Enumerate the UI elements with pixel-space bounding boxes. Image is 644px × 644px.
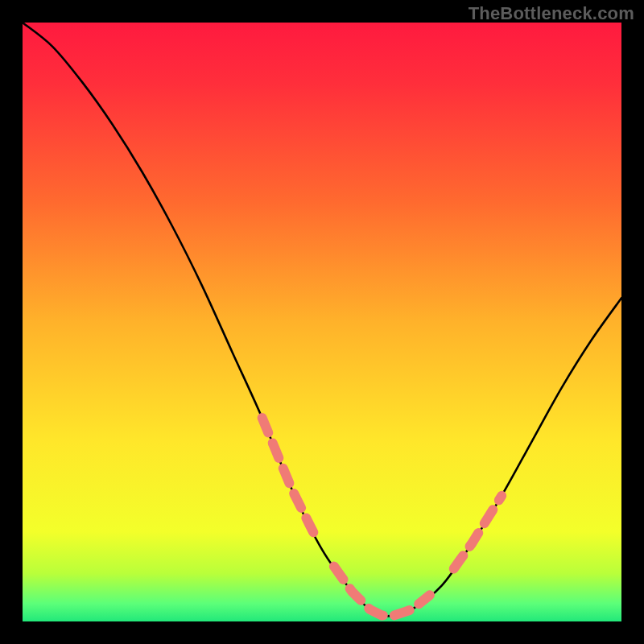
gradient-background xyxy=(23,23,621,621)
plot-area xyxy=(23,23,621,621)
chart-frame: TheBottleneck.com xyxy=(0,0,644,644)
chart-svg xyxy=(23,23,621,621)
watermark-text: TheBottleneck.com xyxy=(469,3,634,24)
